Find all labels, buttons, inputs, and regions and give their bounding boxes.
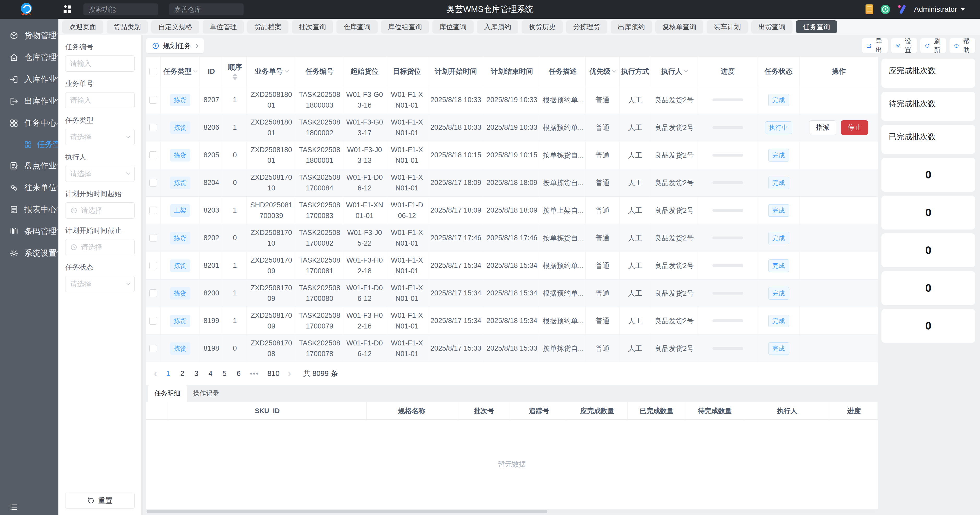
tab-分拣理货[interactable]: 分拣理货	[566, 20, 607, 33]
col-header-顺序[interactable]: 顺序	[223, 57, 247, 86]
tab-单位管理[interactable]: 单位管理	[203, 20, 244, 33]
filter-text-任务编号[interactable]: 请输入	[65, 55, 135, 71]
stat-value-card-3: 0	[881, 233, 975, 267]
row-checkbox[interactable]	[150, 124, 157, 131]
tab-任务查询[interactable]: 任务查询	[796, 20, 837, 33]
filter-select-任务类型[interactable]: 请选择	[65, 129, 135, 145]
status-badge: 完成	[768, 232, 789, 244]
sidebar-item-入库作业[interactable]: 入库作业	[0, 68, 59, 90]
帮助-button[interactable]: 帮助	[950, 38, 975, 53]
tab-复核单查询[interactable]: 复核单查询	[655, 20, 703, 33]
plan-task-button[interactable]: 规划任务	[146, 38, 204, 54]
next-page-arrow[interactable]: ›	[288, 369, 291, 378]
from-location-text: W01-F1-D06-12	[346, 283, 383, 304]
sidebar-item-盘点作业[interactable]: 盘点作业	[0, 155, 59, 177]
row-checkbox[interactable]	[150, 96, 157, 104]
row-checkbox[interactable]	[150, 234, 157, 242]
clock-icon	[70, 207, 78, 214]
header-label-wrap: 进度	[721, 67, 735, 76]
assign-button[interactable]: 指派	[809, 120, 836, 135]
notes-icon[interactable]	[865, 5, 873, 14]
sidebar-item-仓库管理[interactable]: 仓库管理	[0, 46, 59, 68]
导出-button[interactable]: 导出	[862, 38, 888, 53]
scrollbar-thumb[interactable]	[146, 510, 547, 513]
sidebar-item-出库作业[interactable]: 出库作业	[0, 90, 59, 112]
tab-库位查询[interactable]: 库位查询	[433, 20, 474, 33]
cell-biz-no: ZXD250818001	[247, 141, 296, 169]
cell-task-no: TASK2025081800002	[296, 114, 343, 141]
filter-label: 任务状态	[65, 263, 135, 272]
warehouse-select[interactable]: 嘉善仓库	[169, 3, 243, 15]
to-location-text: W01-F1-XN01-01	[389, 338, 425, 359]
col-header-优先级[interactable]: 优先级	[586, 57, 620, 86]
row-checkbox[interactable]	[150, 179, 157, 187]
biz-no-text: ZXD250817008	[249, 338, 293, 359]
stop-button[interactable]: 停止	[841, 120, 868, 135]
col-header-任务类型[interactable]: 任务类型	[161, 57, 200, 86]
tab-货品档案[interactable]: 货品档案	[247, 20, 288, 33]
col-header-业务单号[interactable]: 业务单号	[247, 57, 296, 86]
detail-tab-操作记录[interactable]: 操作记录	[187, 385, 225, 402]
cell-progress	[698, 86, 758, 114]
cell-seq: 1	[223, 307, 247, 334]
sidebar-item-条码管理[interactable]: 条码管理	[0, 220, 59, 242]
function-search-input[interactable]: 搜索功能	[83, 3, 158, 15]
user-menu[interactable]: Administrator	[914, 5, 965, 14]
sort-asc-icon[interactable]	[232, 73, 237, 76]
col-header-执行人[interactable]: 执行人	[651, 57, 698, 86]
apps-grid-icon[interactable]	[62, 4, 73, 14]
filter-text-业务单号[interactable]: 请输入	[65, 92, 135, 108]
sidebar-item-往来单位[interactable]: 往来单位	[0, 177, 59, 198]
cell-plan-start: 2025/8/17 15:34	[428, 307, 484, 334]
tab-出货查询[interactable]: 出货查询	[751, 20, 792, 33]
row-checkbox[interactable]	[150, 317, 157, 325]
sidebar-item-货物管理[interactable]: 货物管理	[0, 24, 59, 46]
sidebar-item-任务中心[interactable]: 任务中心	[0, 112, 59, 134]
page-3[interactable]: 3	[194, 369, 199, 378]
刷新-button[interactable]: 刷新	[920, 38, 946, 53]
sidebar-item-报表中心[interactable]: 报表中心	[0, 198, 59, 220]
tab-收货历史[interactable]: 收货历史	[522, 20, 563, 33]
sidebar-subitem-任务查询[interactable]: 任务查询	[0, 134, 59, 155]
page-4[interactable]: 4	[208, 369, 213, 378]
tab-欢迎页面[interactable]: 欢迎页面	[62, 20, 103, 33]
filter-select-任务状态[interactable]: 请选择	[65, 276, 135, 292]
tab-仓库查询[interactable]: 仓库查询	[336, 20, 378, 33]
status-badge: 完成	[768, 94, 789, 106]
tab-出库预约[interactable]: 出库预约	[611, 20, 652, 33]
row-checkbox[interactable]	[150, 345, 157, 352]
reset-button[interactable]: 重置	[65, 493, 135, 509]
sidebar-collapse-icon[interactable]	[8, 502, 18, 512]
sort-desc-icon[interactable]	[232, 78, 237, 80]
prev-page-arrow[interactable]: ‹	[154, 369, 157, 378]
header-label-wrap: 起始货位	[350, 67, 379, 76]
tab-批次查询[interactable]: 批次查询	[292, 20, 333, 33]
clock-status-icon[interactable]	[881, 5, 890, 14]
tab-库位组查询[interactable]: 库位组查询	[381, 20, 429, 33]
header-checkbox[interactable]	[150, 68, 157, 75]
tab-自定义规格[interactable]: 自定义规格	[151, 20, 199, 33]
horizontal-scrollbar[interactable]	[146, 510, 875, 513]
detail-tab-任务明细[interactable]: 任务明细	[148, 385, 187, 402]
设置-button[interactable]: 设置	[891, 38, 917, 53]
tab-货品类别[interactable]: 货品类别	[107, 20, 148, 33]
row-checkbox[interactable]	[150, 262, 157, 269]
page-5[interactable]: 5	[222, 369, 228, 378]
filter-select-执行人[interactable]: 请选择	[65, 166, 135, 182]
page-810[interactable]: 810	[267, 369, 280, 378]
detail-col-进度: 进度	[830, 402, 878, 419]
col-header-checkbox[interactable]	[146, 57, 161, 86]
row-checkbox[interactable]	[150, 289, 157, 297]
filter-datetime-计划开始时间起始[interactable]: 请选择	[65, 203, 135, 219]
tab-入库预约[interactable]: 入库预约	[477, 20, 518, 33]
page-6[interactable]: 6	[236, 369, 242, 378]
row-checkbox[interactable]	[150, 151, 157, 159]
filter-datetime-计划开始时间截止[interactable]: 请选择	[65, 239, 135, 255]
page-2[interactable]: 2	[180, 369, 185, 378]
sidebar-item-系统设置[interactable]: 系统设置	[0, 242, 59, 264]
page-1[interactable]: 1	[165, 369, 171, 378]
tab-装车计划[interactable]: 装车计划	[707, 20, 748, 33]
row-checkbox[interactable]	[150, 207, 157, 214]
cell-exec-mode: 人工	[620, 196, 651, 224]
tools-icon[interactable]	[897, 5, 907, 14]
